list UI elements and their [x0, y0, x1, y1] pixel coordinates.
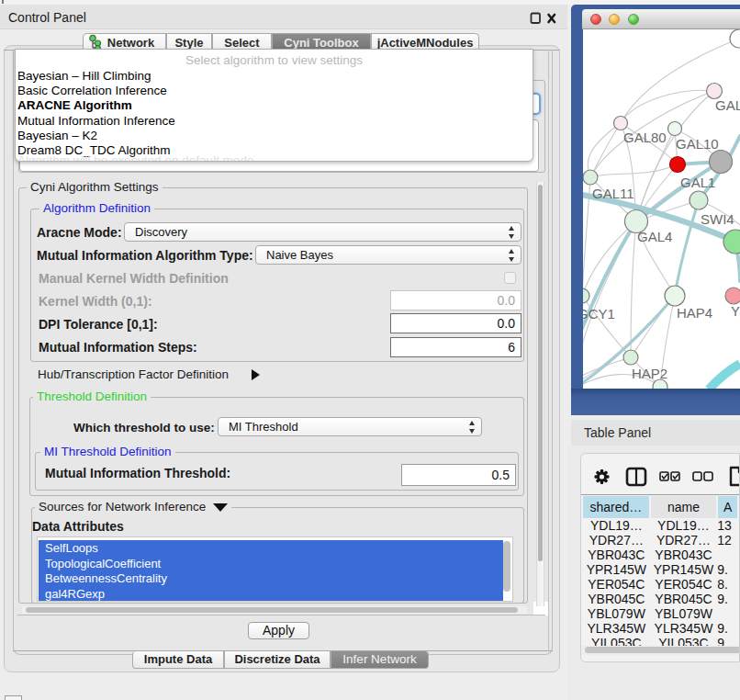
svg-text:GAL11: GAL11 — [592, 186, 634, 201]
svg-text:GAL80: GAL80 — [623, 130, 667, 145]
svg-text:Y: Y — [731, 303, 740, 319]
svg-text:HAP2: HAP2 — [632, 366, 667, 381]
svg-text:SWI4: SWI4 — [701, 211, 734, 227]
svg-text:GAL10: GAL10 — [676, 136, 719, 152]
svg-text:GAL4: GAL4 — [637, 229, 672, 244]
svg-text:GAL1: GAL1 — [680, 175, 715, 190]
svg-text:HAP4: HAP4 — [677, 305, 712, 321]
svg-text:GAL7: GAL7 — [715, 97, 740, 113]
svg-text:GCY1: GCY1 — [583, 306, 615, 322]
